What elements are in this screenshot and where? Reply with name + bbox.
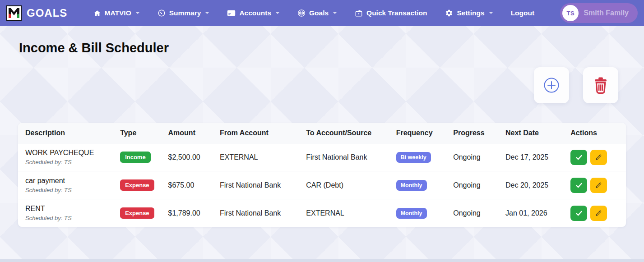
row-next-date: Jan 01, 2026 (498, 199, 563, 227)
nav-item-label: Logout (511, 9, 535, 17)
nav-item-goals[interactable]: Goals (297, 9, 337, 17)
row-from-account: First National Bank (213, 199, 299, 227)
toolbar (0, 67, 644, 103)
matvio-logo-icon (6, 5, 22, 21)
table-row: WORK PAYCHEQUE Scheduled by: TS Income $… (18, 143, 626, 171)
brand[interactable]: GOALS (6, 5, 67, 21)
table-row: RENT Scheduled by: TS Expense $1,789.00 … (18, 199, 626, 227)
row-description: WORK PAYCHEQUE (25, 149, 106, 157)
nav-item-matvio[interactable]: MATVIO (93, 9, 139, 17)
row-amount: $1,789.00 (161, 199, 213, 227)
home-icon (93, 9, 101, 17)
circle-plus-icon (541, 75, 562, 96)
chevron-down-icon (136, 12, 139, 16)
pencil-icon (595, 209, 602, 217)
nav-item-quick-transaction[interactable]: Quick Transaction (355, 9, 427, 17)
row-scheduled-by: Scheduled by: TS (25, 159, 106, 165)
row-description: car payment (25, 177, 106, 185)
row-from-account: First National Bank (213, 171, 299, 199)
check-icon (575, 210, 583, 217)
table-row: car payment Scheduled by: TS Expense $67… (18, 171, 626, 199)
wallet-icon (355, 9, 363, 17)
row-progress: Ongoing (446, 171, 498, 199)
scheduler-table-card: Description Type Amount From Account To … (18, 123, 626, 227)
user-name: Smith Family (584, 9, 629, 17)
row-progress: Ongoing (446, 199, 498, 227)
card-icon (227, 9, 236, 17)
nav-item-label: Quick Transaction (366, 9, 427, 17)
pencil-icon (595, 181, 602, 189)
col-header-description: Description (18, 123, 113, 143)
frequency-badge: Bi weekly (396, 152, 431, 163)
row-scheduled-by: Scheduled by: TS (25, 187, 106, 193)
table-header-row: Description Type Amount From Account To … (18, 123, 626, 143)
pencil-icon (595, 153, 602, 161)
footer-strip (0, 259, 644, 262)
nav-item-label: Summary (169, 9, 201, 17)
col-header-from-account: From Account (213, 123, 299, 143)
brand-name: GOALS (27, 7, 67, 19)
col-header-type: Type (113, 123, 161, 143)
confirm-button[interactable] (570, 206, 587, 221)
nav-item-label: Accounts (239, 9, 271, 17)
edit-button[interactable] (590, 150, 607, 165)
trash-icon (592, 76, 610, 95)
row-next-date: Dec 17, 2025 (498, 143, 563, 171)
delete-schedule-button[interactable] (583, 67, 618, 103)
col-header-frequency: Frequency (389, 123, 446, 143)
nav-item-label: MATVIO (105, 9, 131, 17)
chevron-down-icon (276, 12, 279, 16)
row-to-account: First National Bank (299, 143, 389, 171)
row-amount: $675.00 (161, 171, 213, 199)
nav-item-accounts[interactable]: Accounts (227, 9, 279, 17)
nav-item-summary[interactable]: Summary (158, 9, 209, 17)
nav-item-logout[interactable]: Logout (511, 9, 535, 17)
chevron-down-icon (489, 12, 493, 16)
navbar: GOALS MATVIO Summary Accounts Goals Quic… (0, 0, 644, 26)
frequency-badge: Monthly (396, 180, 427, 191)
nav-item-settings[interactable]: Settings (445, 9, 492, 17)
row-next-date: Dec 20, 2025 (498, 171, 563, 199)
row-amount: $2,500.00 (161, 143, 213, 171)
col-header-progress: Progress (446, 123, 498, 143)
user-pill[interactable]: TS Smith Family (560, 3, 638, 23)
nav-item-label: Settings (457, 9, 484, 17)
chevron-down-icon (205, 12, 209, 16)
check-icon (575, 154, 583, 161)
row-scheduled-by: Scheduled by: TS (25, 215, 106, 221)
page-title: Income & Bill Scheduler (19, 41, 644, 55)
row-from-account: EXTERNAL (213, 143, 299, 171)
edit-button[interactable] (590, 178, 607, 193)
chevron-down-icon (333, 12, 337, 16)
nav-item-label: Goals (309, 9, 329, 17)
frequency-badge: Monthly (396, 208, 427, 219)
scheduler-table: Description Type Amount From Account To … (18, 123, 626, 227)
type-badge: Income (120, 152, 151, 163)
col-header-amount: Amount (161, 123, 213, 143)
type-badge: Expense (120, 179, 154, 191)
avatar: TS (562, 5, 579, 21)
row-to-account: CAR (Debt) (299, 171, 389, 199)
row-to-account: EXTERNAL (299, 199, 389, 227)
confirm-button[interactable] (570, 178, 587, 193)
row-progress: Ongoing (446, 143, 498, 171)
confirm-button[interactable] (570, 150, 587, 165)
col-header-next-date: Next Date (498, 123, 563, 143)
row-description: RENT (25, 205, 106, 213)
add-schedule-button[interactable] (534, 67, 569, 103)
nav-menu: MATVIO Summary Accounts Goals Quick Tran… (67, 9, 560, 17)
gear-icon (445, 9, 453, 17)
check-icon (575, 182, 583, 189)
target-icon (297, 9, 306, 17)
gauge-icon (158, 9, 166, 17)
type-badge: Expense (120, 207, 154, 219)
edit-button[interactable] (590, 206, 607, 221)
col-header-to-account: To Account/Source (299, 123, 389, 143)
col-header-actions: Actions (563, 123, 626, 143)
